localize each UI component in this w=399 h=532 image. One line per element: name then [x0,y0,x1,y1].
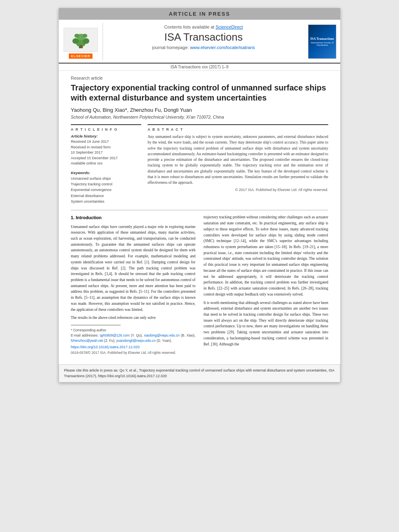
received-date: Received 19 June 2017 [71,139,141,145]
svg-rect-7 [80,45,82,48]
body-col-right: trajectory tracking problem without cons… [204,214,328,355]
science-direct-link[interactable]: ScienceDirect [216,25,243,29]
abstract-heading: A B S T R A C T [148,127,328,131]
journal-header: ELSEVIER Contents lists available at Sci… [59,20,340,64]
intro-paragraph-2: The results in the above-cited reference… [71,315,195,321]
homepage-link[interactable]: www.elsevier.com/locate/isatrans [190,45,255,50]
authors-line: Yaohong Qu, Bing Xiao*, Zhenzhou Fu, Don… [71,107,328,113]
journal-homepage: journal homepage: www.elsevier.com/locat… [107,45,300,50]
issn-line: 0019-0578/© 2017 ISA. Published by Elsev… [71,350,195,355]
email3-link[interactable]: fzhenzhou@yeah.net [71,339,103,343]
elsevier-label: ELSEVIER [69,53,93,59]
aip-banner-text: ARTICLE IN PRESS [169,11,230,17]
elsevier-tree-image [64,28,98,52]
article-type-label: Research article [71,76,328,80]
doi-footer[interactable]: https://doi.org/10.1016/j.isatra.2017.12… [71,345,195,350]
contents-text: Contents lists available at [164,25,214,29]
col2-paragraph-2: It is worth mentioning that although sev… [204,300,328,347]
journal-cover-image: ISA Transactions International Society o… [308,25,336,59]
keyword-5: System uncertainties [71,199,141,204]
citation-bar: Please cite this article in press as: Qu… [59,364,340,382]
body-col-left: 1. Introduction Unmanned surface ships h… [71,214,195,355]
journal-title: ISA Transactions [107,31,300,43]
keywords-list: Unmanned surface ships Trajectory tracki… [71,176,141,205]
doi-header-line: ISA Transactions xxx (2017) 1–9 [59,64,340,71]
main-content: Research article Trajectory exponential … [59,71,340,360]
affiliation: School of Automation, Northwestern Polyt… [71,115,328,119]
paper-title: Trajectory exponential tracking control … [71,83,328,103]
accepted-date: Accepted 15 December 2017 [71,156,141,161]
keywords-label: Keywords: [71,170,141,175]
revised-date: 10 September 2017 [71,150,141,156]
keyword-4: External disturbance [71,193,141,199]
journal-center: Contents lists available at ScienceDirec… [103,23,304,60]
footnote-section: * Corresponding author. E-mail addresses… [71,328,195,343]
footnote-divider [71,325,121,325]
elsevier-logo-left: ELSEVIER [59,23,103,60]
email1-link[interactable]: qyh0809@126.com [100,333,130,337]
corresponding-author-note: * Corresponding author. [71,328,195,333]
copyright-line: © 2017 ISA. Published by Elsevier Ltd. A… [148,188,328,192]
keyword-3: Exponential convergence [71,187,141,193]
email2-link[interactable]: xiaobing@nwpu.edu.cn [144,333,180,337]
svg-point-5 [74,34,79,38]
aip-banner: ARTICLE IN PRESS [59,8,340,20]
journal-logo-right: ISA Transactions International Society o… [304,23,340,60]
body-text-section: 1. Introduction Unmanned surface ships h… [71,214,328,355]
keyword-2: Trajectory tracking control [71,181,141,187]
section-divider [71,210,328,210]
article-info-column: A R T I C L E I N F O Article history: R… [71,124,141,204]
history-label: Article history: [71,134,141,138]
article-info-heading: A R T I C L E I N F O [71,127,141,131]
intro-paragraph-1: Unmanned surface ships have currently pl… [71,224,195,313]
page: ARTICLE IN PRESS ELSEVIER [59,8,340,382]
article-info-abstract-section: A R T I C L E I N F O Article history: R… [71,124,328,204]
revised-label: Received in revised form [71,145,141,150]
col2-paragraph-1: trajectory tracking problem without cons… [204,214,328,297]
available-online: Available online xxx [71,161,141,166]
svg-point-6 [82,34,87,38]
email-addresses: E-mail addresses: qyh0809@126.com (Y. Qu… [71,333,195,343]
abstract-text: Any unmanned surface ship is subject to … [148,134,328,185]
keyword-1: Unmanned surface ships [71,176,141,181]
email4-link[interactable]: yuandongli@nwpu.edu.cn [116,339,156,343]
abstract-column: A B S T R A C T Any unmanned surface shi… [148,124,328,204]
intro-section-title: 1. Introduction [71,214,195,221]
